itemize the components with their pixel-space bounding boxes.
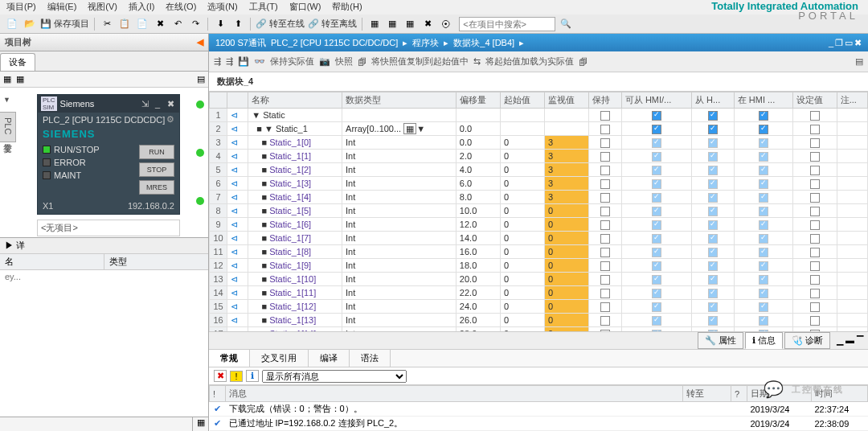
hmi-write-cell[interactable] <box>692 273 735 286</box>
retain-cell[interactable] <box>589 314 622 327</box>
breadcrumb-item[interactable]: 数据块_4 [DB4] <box>453 37 514 49</box>
menu-item[interactable]: 帮助(H) <box>332 1 362 14</box>
setpoint-cell[interactable] <box>792 314 837 327</box>
warning-filter-icon[interactable]: ! <box>230 371 243 382</box>
name-cell[interactable]: ■ Static_1[3] <box>248 177 342 191</box>
name-cell[interactable]: ■ Static_1[4] <box>248 191 342 204</box>
plcsim-mres-button[interactable]: MRES <box>139 180 174 195</box>
left-scrollbar[interactable]: ▦ <box>0 417 208 431</box>
hmi-vis-cell[interactable] <box>734 150 792 163</box>
breadcrumb-item[interactable]: PLC_2 [CPU 1215C DC/DC/DC] <box>271 38 398 47</box>
hmi-vis-cell[interactable] <box>734 286 792 300</box>
tool2-icon[interactable]: ▦ <box>385 17 399 31</box>
setpoint-cell[interactable] <box>792 218 837 232</box>
retain-cell[interactable] <box>589 109 622 122</box>
type-cell[interactable]: Array[0..100... ▦▼ <box>342 122 457 136</box>
grid-row[interactable]: 10⊲ ■ Static_1[7]Int14.000 <box>210 232 868 245</box>
tool3-icon[interactable]: ▦ <box>403 17 417 31</box>
hmi-read-cell[interactable] <box>621 314 691 327</box>
go-online-button[interactable]: 🔗 转至在线 <box>256 18 305 30</box>
eb-icon[interactable]: ⇶ <box>214 56 221 67</box>
menu-item[interactable]: 插入(I) <box>129 1 154 14</box>
load-start-button[interactable]: 将起始值加载为实际值 <box>485 55 574 68</box>
grid-row[interactable]: 2⊲ ■ ▼ Static_1Array[0..100... ▦▼0.0 <box>210 122 868 136</box>
project-search-input[interactable] <box>459 17 555 31</box>
hmi-vis-cell[interactable] <box>734 259 792 273</box>
tree-view-icon[interactable]: ▤ <box>197 74 205 84</box>
hmi-read-cell[interactable] <box>621 204 691 218</box>
start-cell[interactable]: 0 <box>500 259 544 273</box>
name-cell[interactable]: ■ Static_1[9] <box>248 259 342 273</box>
hmi-read-cell[interactable] <box>621 150 691 163</box>
start-cell[interactable]: 0 <box>500 136 544 150</box>
grid-row[interactable]: 8⊲ ■ Static_1[5]Int10.000 <box>210 204 868 218</box>
hmi-write-cell[interactable] <box>692 218 735 232</box>
start-cell[interactable]: 0 <box>500 150 544 163</box>
setpoint-cell[interactable] <box>792 300 837 314</box>
hmi-read-cell[interactable] <box>621 109 691 122</box>
hmi-vis-cell[interactable] <box>734 232 792 245</box>
type-cell[interactable]: Int <box>342 314 457 327</box>
hmi-vis-cell[interactable] <box>734 177 792 191</box>
retain-cell[interactable] <box>589 245 622 259</box>
setpoint-cell[interactable] <box>792 122 837 136</box>
setpoint-cell[interactable] <box>792 109 837 122</box>
plc-vars-side-tab[interactable]: PLC 变量 <box>0 112 16 142</box>
grid-row[interactable]: 6⊲ ■ Static_1[3]Int6.003 <box>210 177 868 191</box>
tree-expand-icon[interactable] <box>3 94 10 104</box>
name-cell[interactable]: ■ Static_1[13] <box>248 314 342 327</box>
type-cell[interactable]: Int <box>342 286 457 300</box>
plcsim-min-icon[interactable]: _ <box>152 99 163 109</box>
max-icon[interactable]: ❐ <box>835 38 843 48</box>
menu-item[interactable]: 选项(N) <box>207 1 237 14</box>
grid-header[interactable]: 从 H... <box>692 92 735 109</box>
hmi-write-cell[interactable] <box>692 163 735 177</box>
save-project-button[interactable]: 💾 保存项目 <box>40 18 89 30</box>
grid-header[interactable]: 偏移量 <box>456 92 500 109</box>
hmi-write-cell[interactable] <box>692 300 735 314</box>
info-collapse-icon[interactable]: ▁ ▬ ▔ <box>837 335 863 346</box>
copy-snap-button[interactable]: 将快照值复制到起始值中 <box>371 55 469 68</box>
grid-header[interactable]: 名称 <box>248 92 342 109</box>
name-cell[interactable]: ■ Static_1[6] <box>248 218 342 232</box>
undo-icon[interactable]: ↶ <box>170 17 185 31</box>
hmi-write-cell[interactable] <box>692 232 735 245</box>
grid-header[interactable]: 注... <box>837 92 867 109</box>
details-header[interactable]: ▶ 详 <box>0 237 208 253</box>
msg-header[interactable]: 消息 <box>226 386 683 402</box>
eb-icon[interactable]: ⇶ <box>226 56 233 67</box>
type-cell[interactable]: Int <box>342 163 457 177</box>
sub-tab[interactable]: 常规 <box>209 350 250 367</box>
start-cell[interactable]: 0 <box>500 177 544 191</box>
comment-cell[interactable] <box>837 204 867 218</box>
setpoint-cell[interactable] <box>792 150 837 163</box>
plcsim-close-icon[interactable]: ✖ <box>165 99 176 109</box>
start-cell[interactable]: 0 <box>500 286 544 300</box>
min-icon[interactable]: _ <box>829 38 833 48</box>
type-cell[interactable]: Int <box>342 273 457 286</box>
setpoint-cell[interactable] <box>792 163 837 177</box>
type-cell[interactable]: Int <box>342 204 457 218</box>
toolbar-options-icon[interactable]: ▤ <box>855 56 863 67</box>
redo-icon[interactable]: ↷ <box>188 17 203 31</box>
message-filter-select[interactable]: 显示所有消息 <box>262 370 407 383</box>
plcsim-config-icon[interactable]: ⚙ <box>166 114 174 125</box>
msg-header[interactable]: ! <box>210 386 226 402</box>
comment-cell[interactable] <box>837 109 867 122</box>
hmi-read-cell[interactable] <box>621 259 691 273</box>
hmi-read-cell[interactable] <box>621 286 691 300</box>
hmi-write-cell[interactable] <box>692 204 735 218</box>
comment-cell[interactable] <box>837 191 867 204</box>
grid-row[interactable]: 15⊲ ■ Static_1[12]Int24.000 <box>210 300 868 314</box>
menu-item[interactable]: 工具(T) <box>249 1 278 14</box>
grid-row[interactable]: 14⊲ ■ Static_1[11]Int22.000 <box>210 286 868 300</box>
comment-cell[interactable] <box>837 136 867 150</box>
setpoint-cell[interactable] <box>792 136 837 150</box>
type-cell[interactable]: Int <box>342 259 457 273</box>
start-cell[interactable]: 0 <box>500 163 544 177</box>
start-cell[interactable]: 0 <box>500 245 544 259</box>
name-cell[interactable]: ■ Static_1[1] <box>248 150 342 163</box>
hmi-vis-cell[interactable] <box>734 163 792 177</box>
info-tab[interactable]: ℹ 信息 <box>745 332 783 349</box>
name-cell[interactable]: ■ Static_1[11] <box>248 286 342 300</box>
